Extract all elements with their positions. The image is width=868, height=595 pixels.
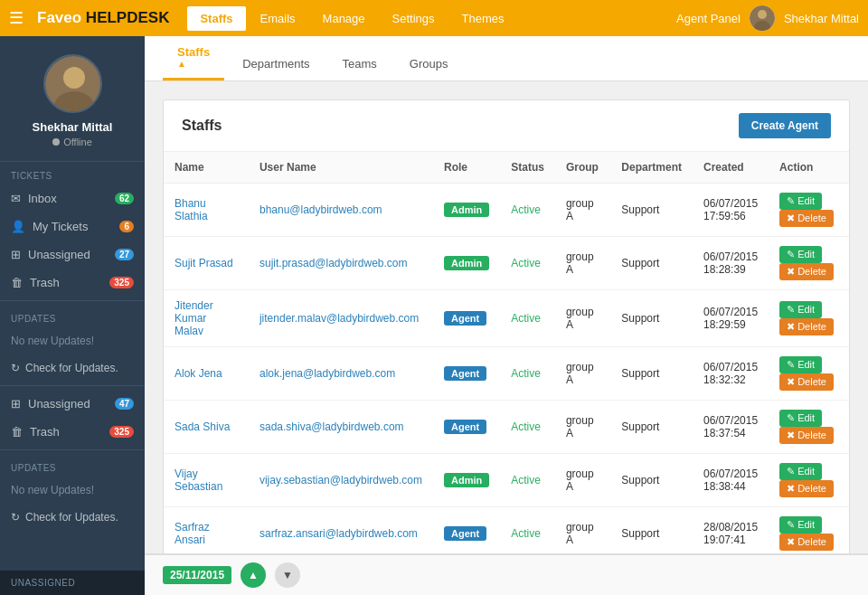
delete-button[interactable]: ✖ Delete bbox=[779, 534, 834, 551]
cell-department: Support bbox=[610, 184, 693, 237]
sidebar-profile: Shekhar Mittal Offline bbox=[0, 36, 145, 162]
trash-badge: 325 bbox=[109, 277, 134, 288]
status-value: Active bbox=[511, 527, 541, 540]
staff-name-link[interactable]: Vijay Sebastian bbox=[175, 468, 222, 493]
cell-action: ✎ Edit ✖ Delete bbox=[769, 454, 849, 507]
delete-button[interactable]: ✖ Delete bbox=[779, 263, 834, 280]
role-badge: Agent bbox=[444, 526, 486, 541]
hamburger-icon[interactable]: ☰ bbox=[9, 8, 24, 28]
staff-name-link[interactable]: Sada Shiva bbox=[175, 420, 230, 433]
status-value: Active bbox=[511, 203, 541, 216]
sidebar-item-unassigned[interactable]: ⊞ Unassigned 27 bbox=[0, 241, 145, 269]
staff-email-link[interactable]: sarfraz.ansari@ladybirdweb.com bbox=[259, 527, 418, 540]
edit-button[interactable]: ✎ Edit bbox=[779, 301, 822, 318]
sidebar-bottom-label: UNASSIGNED bbox=[0, 571, 145, 595]
create-agent-button[interactable]: Create Agent bbox=[739, 113, 831, 138]
delete-button[interactable]: ✖ Delete bbox=[779, 480, 834, 497]
cell-role: Admin bbox=[433, 237, 500, 290]
sidebar-item-unassigned2[interactable]: ⊞ Unassigned 47 bbox=[0, 390, 145, 418]
sidebar-item-trash[interactable]: 🗑 Trash 325 bbox=[0, 269, 145, 297]
role-badge: Agent bbox=[444, 366, 486, 381]
staff-email-link[interactable]: alok.jena@ladybirdweb.com bbox=[259, 367, 395, 380]
brand-logo: Faveo HELPDESK bbox=[37, 9, 169, 27]
staff-name-link[interactable]: Jitender Kumar Malav bbox=[175, 299, 213, 337]
cell-group: group A bbox=[555, 184, 610, 237]
cell-status: Active bbox=[500, 507, 555, 561]
brand-name-rest: HELPDESK bbox=[81, 9, 169, 26]
nav-themes[interactable]: Themes bbox=[449, 6, 517, 31]
col-department: Department bbox=[610, 152, 693, 184]
cell-created: 06/07/201518:38:44 bbox=[693, 454, 769, 507]
edit-button[interactable]: ✎ Edit bbox=[779, 246, 822, 263]
staff-email-link[interactable]: jitender.malav@ladybirdweb.com bbox=[259, 312, 419, 325]
trash-icon: 🗑 bbox=[11, 276, 23, 289]
cell-department: Support bbox=[610, 290, 693, 347]
scroll-down-button[interactable]: ▼ bbox=[275, 562, 300, 588]
delete-button[interactable]: ✖ Delete bbox=[779, 318, 834, 335]
edit-button[interactable]: ✎ Edit bbox=[779, 516, 822, 534]
status-value: Active bbox=[511, 367, 541, 380]
nav-manage[interactable]: Manage bbox=[310, 6, 378, 31]
cell-department: Support bbox=[610, 507, 693, 561]
sidebar-divider-3 bbox=[0, 449, 145, 450]
inbox-badge: 62 bbox=[115, 193, 134, 204]
sidebar-check-updates2[interactable]: ↻ Check for Updates. bbox=[0, 504, 145, 531]
delete-button[interactable]: ✖ Delete bbox=[779, 373, 834, 391]
staff-name-link[interactable]: Bhanu Slathia bbox=[175, 197, 208, 222]
staff-name-link[interactable]: Sarfraz Ansari bbox=[175, 521, 210, 546]
cell-action: ✎ Edit ✖ Delete bbox=[769, 507, 849, 561]
status-dot-icon bbox=[52, 138, 60, 146]
top-nav-items: Staffs Emails Manage Settings Themes bbox=[187, 6, 516, 31]
staff-email-link[interactable]: vijay.sebastian@ladybirdweb.com bbox=[259, 474, 422, 486]
delete-button[interactable]: ✖ Delete bbox=[779, 427, 834, 444]
nav-staffs[interactable]: Staffs bbox=[187, 6, 245, 31]
status-value: Active bbox=[511, 420, 541, 433]
staff-name-link[interactable]: Alok Jena bbox=[175, 367, 222, 380]
status-value: Active bbox=[511, 257, 541, 269]
status-value: Active bbox=[511, 474, 541, 486]
staff-email-link[interactable]: bhanu@ladybirdweb.com bbox=[259, 203, 382, 216]
cell-name: Alok Jena bbox=[164, 347, 249, 401]
tab-teams[interactable]: Teams bbox=[328, 48, 392, 80]
trash2-icon: 🗑 bbox=[11, 425, 23, 439]
sidebar-item-mytickets[interactable]: 👤 My Tickets 6 bbox=[0, 212, 145, 241]
nav-emails[interactable]: Emails bbox=[248, 6, 308, 31]
cell-email: bhanu@ladybirdweb.com bbox=[249, 184, 433, 237]
nav-settings[interactable]: Settings bbox=[380, 6, 448, 31]
tab-departments[interactable]: Departments bbox=[228, 48, 324, 80]
unassigned-icon: ⊞ bbox=[11, 248, 21, 261]
sidebar-item-inbox[interactable]: ✉ Inbox 62 bbox=[0, 184, 145, 212]
status-value: Active bbox=[511, 312, 541, 325]
unassigned2-badge: 47 bbox=[115, 398, 134, 410]
main-content: Staffs ▲ Departments Teams Groups Staffs… bbox=[145, 36, 868, 595]
tab-staffs[interactable]: Staffs ▲ bbox=[163, 36, 224, 80]
mytickets-icon: 👤 bbox=[11, 220, 25, 233]
cell-name: Bhanu Slathia bbox=[164, 184, 249, 237]
edit-button[interactable]: ✎ Edit bbox=[779, 410, 822, 427]
edit-button[interactable]: ✎ Edit bbox=[779, 356, 822, 373]
scroll-up-button[interactable]: ▲ bbox=[241, 562, 266, 588]
sidebar-item-trash2[interactable]: 🗑 Trash 325 bbox=[0, 418, 145, 446]
cell-group: group A bbox=[555, 454, 610, 507]
edit-button[interactable]: ✎ Edit bbox=[779, 463, 822, 480]
tab-groups[interactable]: Groups bbox=[395, 48, 463, 80]
sidebar: Shekhar Mittal Offline TICKETS ✉ Inbox 6… bbox=[0, 36, 145, 595]
cell-created: 06/07/201518:32:32 bbox=[693, 347, 769, 401]
edit-button[interactable]: ✎ Edit bbox=[779, 193, 822, 210]
staffs-panel: Staffs Create Agent Name User Name Role … bbox=[163, 99, 850, 563]
cell-status: Active bbox=[500, 454, 555, 507]
cell-email: vijay.sebastian@ladybirdweb.com bbox=[249, 454, 433, 507]
cell-action: ✎ Edit ✖ Delete bbox=[769, 401, 849, 454]
sidebar-divider-1 bbox=[0, 300, 145, 301]
svg-point-1 bbox=[758, 10, 767, 19]
trash2-badge: 325 bbox=[109, 426, 134, 438]
agent-panel-link[interactable]: Agent Panel bbox=[676, 12, 741, 25]
role-badge: Admin bbox=[444, 203, 489, 217]
staff-email-link[interactable]: sada.shiva@ladybirdweb.com bbox=[259, 420, 404, 433]
staff-email-link[interactable]: sujit.prasad@ladybirdweb.com bbox=[259, 257, 408, 269]
sidebar-check-updates[interactable]: ↻ Check for Updates. bbox=[0, 354, 145, 382]
delete-button[interactable]: ✖ Delete bbox=[779, 210, 834, 227]
cell-email: sarfraz.ansari@ladybirdweb.com bbox=[249, 507, 433, 561]
col-role: Role bbox=[433, 152, 500, 184]
staff-name-link[interactable]: Sujit Prasad bbox=[175, 257, 233, 269]
